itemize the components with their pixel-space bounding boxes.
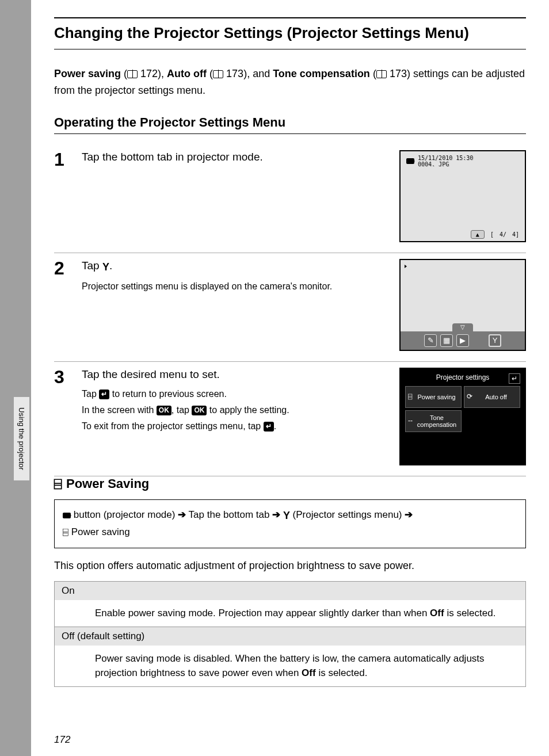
power-saving-heading: ⌸ Power Saving [54, 476, 526, 491]
book-icon [376, 70, 387, 78]
off-pre: Power saving mode is disabled. When the … [95, 653, 485, 679]
page-number: 172 [54, 734, 70, 746]
menu-label: Tone compensation [415, 414, 459, 428]
d3-pre: To exit from the projector settings menu… [82, 421, 264, 431]
on-post: is selected. [444, 608, 496, 618]
ps-heading-text: Power Saving [66, 476, 149, 491]
step-detail-1: Tap ↵ to return to previous screen. [82, 387, 382, 401]
timer-icon: ⟳ [467, 393, 472, 400]
table-row: Off (default setting) [55, 627, 526, 646]
navigation-breadcrumb: button (projector mode) ➔ Tap the bottom… [54, 499, 526, 548]
intro-mid: , and [247, 68, 273, 79]
screen-filename: 0004. JPG [418, 161, 449, 167]
menu-auto-off: ⟳ Auto off [464, 386, 520, 408]
step2-post: . [109, 259, 112, 272]
side-tab: Using the projector [14, 397, 29, 480]
bc4: Power saving [68, 526, 130, 537]
step-detail-3: To exit from the projector settings menu… [82, 419, 382, 433]
book-icon [127, 70, 138, 78]
d2-mid: , tap [171, 405, 192, 415]
stack-icon: ⌸ [63, 528, 68, 537]
table-row: Enable power saving mode. Projection may… [55, 600, 526, 627]
ps-description: This option offers automatic adjustment … [54, 560, 526, 572]
book-icon [213, 70, 223, 78]
d3-post: . [274, 421, 276, 431]
wrench-icon: Y [489, 334, 501, 347]
menu-label: Power saving [414, 394, 459, 400]
up-tab-button: ▲ [471, 230, 485, 239]
counter-b: 4] [512, 231, 519, 238]
step-title: Tap Y. [82, 259, 382, 274]
step-3: 3 Tap the desired menu to set. Tap ↵ to … [54, 362, 526, 476]
intro-bold-3: Tone compensation [273, 68, 370, 79]
step2-pre: Tap [82, 259, 102, 272]
step-detail: Projector settings menu is displayed on … [82, 280, 382, 293]
page-ref-1: 172 [140, 68, 158, 79]
step-title: Tap the desired menu to set. [82, 368, 382, 382]
back-icon: ↵ [99, 390, 109, 399]
step-detail-2: In the screen with OK, tap OK to apply t… [82, 403, 382, 417]
ok-icon: OK [192, 406, 207, 415]
options-table: On Enable power saving mode. Projection … [54, 581, 526, 687]
screen3-title: Projector settings [436, 373, 490, 381]
on-bold: Off [430, 608, 444, 618]
option-on-body: Enable power saving mode. Projection may… [55, 600, 526, 627]
manual-page: Using the projector Changing the Project… [31, 0, 549, 756]
wrench-icon: Y [283, 507, 290, 525]
d1-post: to return to previous screen. [109, 389, 227, 399]
subheading: Operating the Projector Settings Menu [54, 115, 526, 134]
arrow-icon: ➔ [405, 509, 413, 520]
back-icon: ↵ [509, 373, 520, 384]
option-off-body: Power saving mode is disabled. When the … [55, 646, 526, 687]
camera-screen-3: Projector settings ↵ ⌸ Power saving ⟳ Au… [399, 368, 526, 465]
step-number: 2 [54, 259, 70, 277]
bracket: [ [490, 231, 494, 238]
page-ref-2: 173 [226, 68, 243, 79]
page-ref-3: 173 [390, 68, 407, 79]
bc3: (Projector settings menu) [290, 509, 405, 520]
table-row: Power saving mode is disabled. When the … [55, 646, 526, 687]
table-row: On [55, 582, 526, 601]
step-number: 3 [54, 368, 70, 386]
bc2: Tap the bottom tab [189, 509, 273, 520]
step-2: 2 Tap Y. Projector settings menu is disp… [54, 253, 526, 362]
off-post: is selected. [316, 667, 368, 678]
collapse-tab: ▽ [452, 323, 473, 331]
back-icon: ↵ [264, 422, 274, 431]
ok-icon: OK [157, 406, 171, 415]
projector-mode-icon [406, 158, 414, 164]
dash-icon: -- [408, 417, 413, 425]
menu-tone-compensation: -- Tone compensation [405, 410, 462, 432]
bottom-toolbar: ✎ ▦ ▶ Y [401, 331, 525, 350]
camera-screen-2: ▽ ✎ ▦ ▶ Y [399, 259, 526, 351]
step-1: 1 Tap the bottom tab in projector mode. … [54, 144, 526, 253]
wrench-icon: Y [102, 261, 109, 274]
toolbar-spacer [472, 334, 485, 347]
grid-icon: ▦ [440, 334, 453, 347]
stack-icon: ⌸ [54, 478, 62, 490]
stack-icon: ⌸ [408, 393, 412, 400]
pencil-icon: ✎ [424, 334, 437, 347]
on-pre: Enable power saving mode. Projection may… [95, 608, 430, 618]
play-icon: ▶ [456, 334, 469, 347]
counter-a: 4/ [500, 231, 506, 238]
d2-post: to apply the setting. [207, 405, 289, 415]
menu-label: Auto off [475, 394, 517, 400]
intro-paragraph: Power saving ( 172), Auto off ( 173), an… [54, 66, 526, 99]
arrow-icon: ➔ [178, 509, 186, 520]
page-title: Changing the Projector Settings (Project… [54, 17, 526, 49]
intro-bold-2: Auto off [167, 68, 207, 79]
projector-mode-icon [63, 513, 71, 518]
bc1: button (projector mode) [71, 509, 178, 520]
arrow-icon: ➔ [272, 509, 280, 520]
option-on-label: On [55, 582, 526, 601]
intro-bold-1: Power saving [54, 68, 121, 79]
step-title: Tap the bottom tab in projector mode. [82, 150, 382, 165]
step-number: 1 [54, 150, 70, 169]
d2-pre: In the screen with [82, 405, 157, 415]
option-off-label: Off (default setting) [55, 627, 526, 646]
d1-pre: Tap [82, 389, 99, 399]
camera-screen-1: 15/11/2010 15:30 0004. JPG ▲ [ 4/ 4] [399, 150, 526, 242]
menu-power-saving: ⌸ Power saving [405, 386, 462, 408]
off-bold: Off [302, 667, 316, 678]
